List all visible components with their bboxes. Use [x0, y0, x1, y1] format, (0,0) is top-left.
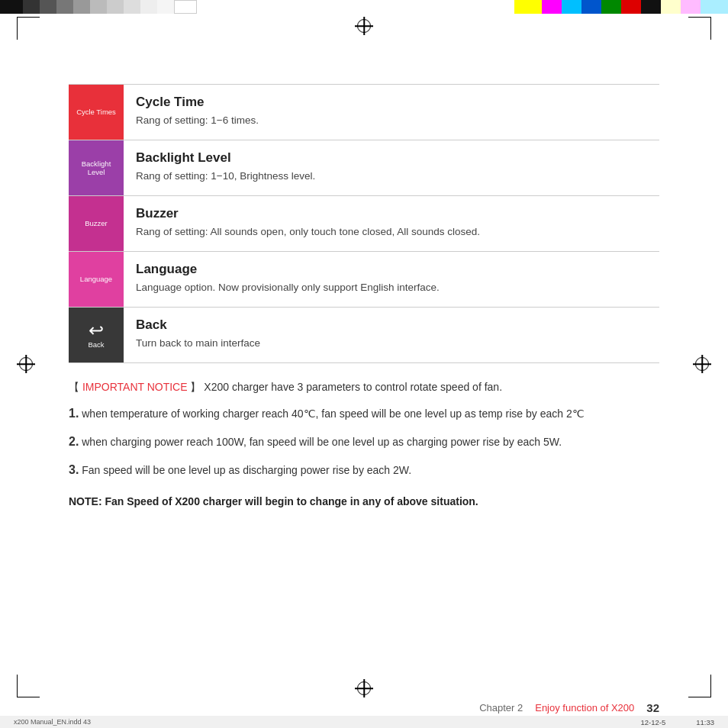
crosshair-circle-left	[19, 357, 33, 371]
bar-gap	[197, 0, 514, 14]
notice-text-3: Fan speed will be one level up as discha…	[79, 464, 411, 476]
bottom-filename: x200 Manual_EN.indd 43	[14, 718, 91, 726]
swatch-red	[621, 0, 641, 14]
buzzer-icon-label: Buzzer	[85, 219, 108, 227]
back-content: Back Turn back to main interface	[124, 308, 659, 362]
crosshair-circle-right	[695, 357, 709, 371]
notice-keyword: IMPORTANT NOTICE	[82, 381, 188, 393]
corner-mark-bl	[17, 675, 40, 697]
language-icon-cell: Language	[69, 252, 124, 307]
settings-table: Cycle Times Cycle Time Rang of setting: …	[69, 84, 659, 363]
swatch-lightgray2	[107, 0, 124, 14]
corner-mark-tr	[688, 17, 711, 40]
back-icon-wrap: ↩ Back	[88, 321, 104, 349]
buzzer-icon-cell: Buzzer	[69, 196, 124, 251]
swatch-lightgray3	[124, 0, 140, 14]
swatch-green	[601, 0, 621, 14]
settings-row-language: Language Language Language option. Now p…	[69, 251, 659, 307]
notice-num-3: 3.	[69, 463, 79, 476]
notice-num-2: 2.	[69, 435, 79, 448]
back-desc: Turn back to main interface	[136, 336, 647, 351]
notice-point-2: 2. when charging power reach 100W, fan s…	[69, 433, 659, 452]
cycle-times-title: Cycle Time	[136, 95, 647, 110]
notice-header: 【 IMPORTANT NOTICE 】 X200 charger have 3…	[69, 378, 659, 395]
crosshair-left	[17, 355, 35, 373]
crosshair-right	[693, 355, 711, 373]
footer-link: Enjoy function of X200	[535, 702, 634, 714]
swatch-lightcyan	[701, 0, 728, 14]
cycle-times-icon-label: Cycle Times	[76, 108, 116, 116]
swatch-yellow	[514, 0, 542, 14]
bracket-right: 】	[188, 381, 201, 393]
bottom-time: 11:33	[696, 718, 714, 726]
corner-mark-br	[688, 675, 711, 697]
bottom-date: 12-12-5	[640, 718, 665, 726]
buzzer-content: Buzzer Rang of setting: All sounds open,…	[124, 196, 659, 251]
footer: Chapter 2 Enjoy function of X200 32	[69, 701, 659, 714]
notice-text-1: when temperature of working charger reac…	[82, 407, 584, 420]
cycle-times-content: Cycle Time Rang of setting: 1−6 times.	[124, 85, 659, 140]
swatch-black2	[641, 0, 661, 14]
language-title: Language	[136, 262, 647, 277]
swatch-lightyellow	[661, 0, 681, 14]
corner-mark-tl	[17, 17, 40, 40]
swatch-white	[174, 0, 197, 14]
notice-num-1: 1.	[69, 407, 79, 420]
crosshair-circle-bottom	[357, 681, 371, 695]
backlight-icon-cell: BacklightLevel	[69, 140, 124, 195]
swatch-cyan	[562, 0, 581, 14]
language-icon-label: Language	[80, 275, 112, 283]
notice-text-2: when charging power reach 100W, fan spee…	[82, 436, 562, 448]
backlight-icon-label: BacklightLevel	[82, 159, 111, 177]
top-color-bar	[0, 0, 728, 14]
settings-row-buzzer: Buzzer Buzzer Rang of setting: All sound…	[69, 195, 659, 251]
swatch-nearwhite	[140, 0, 157, 14]
main-content: Cycle Times Cycle Time Rang of setting: …	[69, 84, 659, 667]
cycle-times-icon-cell: Cycle Times	[69, 85, 124, 140]
swatch-offwhite	[157, 0, 174, 14]
bottom-info-right: 12-12-5 11:33	[640, 718, 714, 726]
buzzer-title: Buzzer	[136, 206, 647, 221]
notice-point-3: 3. Fan speed will be one level up as dis…	[69, 461, 659, 480]
settings-row-back: ↩ Back Back Turn back to main interface	[69, 307, 659, 363]
footer-page: 32	[646, 701, 659, 714]
notice-note: NOTE: Fan Speed of X200 charger will beg…	[69, 494, 659, 510]
back-title: Back	[136, 317, 647, 333]
bracket-left: 【	[69, 381, 82, 393]
crosshair-top	[355, 17, 373, 35]
backlight-content: Backlight Level Rang of setting: 1−10, B…	[124, 140, 659, 195]
crosshair-circle-top	[357, 19, 371, 33]
backlight-title: Backlight Level	[136, 150, 647, 166]
swatch-gray2	[73, 0, 90, 14]
swatch-gray1	[56, 0, 73, 14]
buzzer-desc: Rang of setting: All sounds open, only t…	[136, 224, 647, 240]
settings-row-backlight: BacklightLevel Backlight Level Rang of s…	[69, 140, 659, 195]
notice-point-1: 1. when temperature of working charger r…	[69, 404, 659, 424]
back-label: Back	[88, 340, 104, 349]
swatch-black	[0, 0, 23, 14]
settings-row-cycle-times: Cycle Times Cycle Time Rang of setting: …	[69, 84, 659, 140]
bottom-bar: x200 Manual_EN.indd 43 12-12-5 11:33	[0, 716, 728, 728]
swatch-lightpink	[681, 0, 701, 14]
language-desc: Language option. Now provisionally only …	[136, 280, 647, 295]
swatch-darkgray1	[23, 0, 40, 14]
notice-section: 【 IMPORTANT NOTICE 】 X200 charger have 3…	[69, 378, 659, 510]
back-icon-cell[interactable]: ↩ Back	[69, 308, 124, 362]
swatch-darkgray2	[40, 0, 56, 14]
language-content: Language Language option. Now provisiona…	[124, 252, 659, 307]
swatch-lightgray1	[90, 0, 107, 14]
backlight-desc: Rang of setting: 1−10, Brightness level.	[136, 169, 647, 184]
crosshair-bottom	[355, 679, 373, 697]
footer-chapter: Chapter 2	[479, 702, 523, 714]
back-arrow-icon: ↩	[89, 321, 104, 340]
swatch-magenta	[542, 0, 562, 14]
notice-intro: X200 charger have 3 parameters to contro…	[201, 381, 502, 393]
swatch-blue	[581, 0, 601, 14]
cycle-times-desc: Rang of setting: 1−6 times.	[136, 113, 647, 128]
